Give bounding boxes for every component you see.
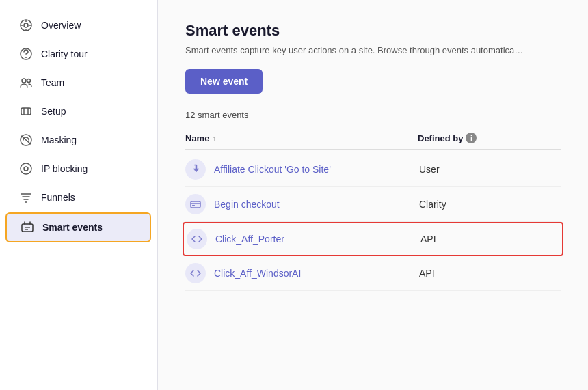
- column-defined-header: Defined by i: [418, 133, 477, 143]
- svg-point-15: [24, 167, 28, 171]
- sidebar-item-setup[interactable]: Setup: [5, 98, 151, 125]
- clarity-tour-icon: [19, 47, 33, 61]
- svg-point-6: [25, 57, 27, 58]
- svg-point-7: [22, 79, 26, 83]
- row-event-name[interactable]: Affiliate Clickout 'Go to Site': [214, 164, 419, 175]
- svg-rect-9: [21, 108, 31, 115]
- row-icon-code: [185, 263, 206, 283]
- sidebar-item-label: Masking: [41, 135, 77, 145]
- funnels-icon: [19, 191, 33, 204]
- row-icon-click: [185, 159, 206, 180]
- sidebar-item-smart-events[interactable]: Smart events: [5, 212, 151, 242]
- info-icon[interactable]: i: [466, 133, 477, 143]
- event-count: 12 smart events: [185, 110, 561, 120]
- table-header: Name ↑ Defined by i: [185, 128, 561, 150]
- sidebar-item-overview[interactable]: Overview: [5, 12, 151, 39]
- col-defined-label: Defined by: [418, 133, 463, 143]
- row-defined-by: Clarity: [419, 199, 446, 210]
- sidebar-item-clarity-tour[interactable]: Clarity tour: [5, 40, 151, 68]
- overview-icon: [19, 18, 33, 32]
- svg-point-1: [24, 23, 28, 27]
- row-event-name[interactable]: Begin checkout: [214, 199, 419, 210]
- row-defined-by: API: [420, 234, 436, 245]
- table-row[interactable]: Begin checkout Clarity: [185, 187, 561, 222]
- sidebar-item-label: Team: [41, 77, 64, 88]
- sidebar-item-label: Clarity tour: [41, 48, 88, 59]
- row-defined-by: API: [419, 268, 435, 279]
- masking-icon: [19, 133, 33, 147]
- table-row-highlighted[interactable]: Click_Aff_Porter API: [183, 222, 563, 256]
- column-name-header[interactable]: Name ↑: [185, 133, 418, 143]
- sidebar-item-masking[interactable]: Masking: [5, 126, 151, 154]
- row-event-name[interactable]: Click_Aff_Porter: [215, 234, 420, 245]
- svg-rect-25: [191, 201, 200, 208]
- sidebar-item-label: Overview: [41, 20, 81, 31]
- svg-point-14: [21, 163, 31, 174]
- row-icon-code: [187, 229, 207, 249]
- table-row[interactable]: Affiliate Clickout 'Go to Site' User: [185, 152, 561, 187]
- row-icon-card: [185, 194, 206, 214]
- sidebar: Overview Clarity tour Team: [0, 0, 157, 390]
- svg-rect-27: [192, 205, 195, 206]
- table-row[interactable]: Click_Aff_WindsorAI API: [185, 256, 561, 291]
- sidebar-item-ip-blocking[interactable]: IP blocking: [5, 155, 151, 182]
- sort-icon[interactable]: ↑: [212, 134, 216, 142]
- sidebar-item-funnels[interactable]: Funnels: [5, 184, 151, 211]
- page-title: Smart events: [185, 22, 561, 40]
- page-description: Smart events capture key user actions on…: [185, 45, 561, 55]
- sidebar-item-label: IP blocking: [41, 163, 88, 174]
- sidebar-item-label: Setup: [41, 106, 66, 117]
- main-content: Smart events Smart events capture key us…: [158, 0, 588, 390]
- ip-blocking-icon: [19, 162, 33, 176]
- team-icon: [19, 76, 33, 89]
- sidebar-item-label: Smart events: [42, 222, 103, 233]
- sidebar-item-team[interactable]: Team: [5, 69, 151, 96]
- row-defined-by: User: [419, 164, 440, 175]
- new-event-button[interactable]: New event: [185, 69, 263, 94]
- svg-point-8: [27, 79, 31, 83]
- setup-icon: [19, 105, 33, 118]
- smart-events-icon: [21, 221, 34, 234]
- row-event-name[interactable]: Click_Aff_WindsorAI: [214, 268, 419, 279]
- col-name-label: Name: [185, 133, 209, 143]
- sidebar-item-label: Funnels: [41, 192, 75, 203]
